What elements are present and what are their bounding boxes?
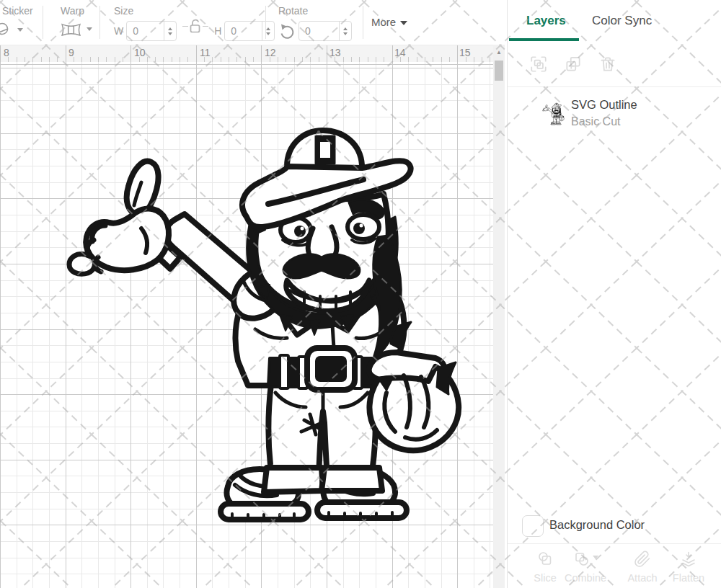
warp-group: Warp [61, 5, 92, 36]
tab-color-sync[interactable]: Color Sync [592, 14, 652, 28]
height-stepper[interactable] [262, 22, 274, 40]
top-toolbar: Sticker Warp [0, 0, 507, 45]
sticker-button[interactable] [0, 22, 23, 37]
scrollbar-up-arrow-icon[interactable]: ▲ [493, 49, 505, 55]
more-label: More [371, 16, 396, 28]
size-label: Size [114, 5, 275, 17]
ruler-number: 15 [459, 47, 471, 58]
size-link-lock[interactable] [182, 18, 208, 34]
warp-icon [61, 22, 81, 36]
vertical-scrollbar[interactable]: ▲ [493, 45, 505, 588]
ruler-number: 10 [134, 47, 146, 58]
right-panel: Layers Color Sync [507, 0, 721, 588]
toolbar-divider [363, 6, 363, 39]
width-input[interactable] [126, 21, 177, 41]
combine-button[interactable]: Combine [559, 545, 612, 584]
rotate-group: Rotate [278, 5, 352, 41]
tab-layers[interactable]: Layers [526, 14, 566, 28]
combine-icon [573, 551, 590, 568]
layer-name: SVG Outline [571, 98, 637, 112]
unlock-icon [188, 18, 203, 34]
ruler-number: 14 [394, 47, 406, 58]
width-stepper[interactable] [164, 22, 176, 40]
sticker-label: Sticker [2, 5, 33, 17]
chevron-down-icon [17, 28, 23, 32]
sticker-group: Sticker [2, 5, 33, 37]
rotate-input[interactable] [298, 21, 352, 41]
ruler-number: 11 [200, 47, 211, 58]
layer-thumbnail [542, 99, 565, 128]
flatten-button[interactable]: Flatten [662, 545, 715, 584]
chevron-down-icon [87, 27, 92, 31]
layer-type: Basic Cut [571, 115, 620, 128]
width-value[interactable] [127, 22, 164, 40]
active-tab-underline [509, 38, 579, 41]
attach-icon [634, 551, 651, 568]
layer-actions [508, 55, 721, 76]
warp-label: Warp [61, 5, 92, 17]
toolbar-divider [265, 6, 266, 39]
ruler-number: 12 [265, 47, 276, 58]
duplicate-icon [564, 55, 583, 74]
more-button[interactable]: More [371, 16, 407, 28]
sticker-icon [0, 22, 12, 37]
height-value[interactable] [225, 22, 262, 40]
duplicate-button[interactable] [564, 55, 583, 76]
background-color-row[interactable]: Background Color [508, 509, 721, 543]
flatten-icon [680, 551, 697, 568]
size-group: Size W H [114, 5, 275, 41]
horizontal-ruler: 8 9 10 11 12 13 14 15 [0, 45, 493, 63]
panel-divider [508, 86, 721, 87]
rotate-icon[interactable] [278, 23, 294, 40]
group-icon [529, 55, 548, 74]
background-color-swatch[interactable] [522, 515, 544, 537]
scrollbar-thumb[interactable] [495, 61, 503, 81]
rotate-label: Rotate [278, 5, 352, 17]
background-color-label: Background Color [549, 518, 645, 532]
chevron-down-icon [593, 556, 598, 559]
ruler-number: 9 [68, 47, 74, 58]
width-label: W [114, 25, 123, 37]
height-input[interactable] [224, 21, 275, 41]
attach-button[interactable]: Attach [616, 545, 669, 584]
trash-icon [598, 55, 617, 74]
layer-tools-bar: Slice Combine Attach [508, 545, 721, 588]
toolbar-divider [99, 6, 100, 39]
layer-item[interactable]: SVG Outline Basic Cut [508, 94, 721, 135]
height-label: H [214, 25, 221, 37]
warp-button[interactable] [61, 22, 92, 36]
delete-button[interactable] [598, 55, 617, 76]
mascot-artwork[interactable] [66, 120, 481, 527]
rotate-stepper[interactable] [339, 22, 351, 40]
slice-icon [536, 551, 554, 568]
ruler-number: 8 [4, 47, 9, 58]
ruler-number: 13 [329, 47, 341, 58]
chevron-down-icon [400, 21, 407, 25]
group-button[interactable] [529, 55, 548, 76]
toolbar-divider [43, 6, 43, 39]
panel-divider [508, 543, 721, 544]
design-canvas[interactable]: 8 9 10 11 12 13 14 15 [0, 45, 507, 588]
rotate-value[interactable] [299, 22, 339, 40]
app-window: Sticker Warp [0, 0, 721, 588]
